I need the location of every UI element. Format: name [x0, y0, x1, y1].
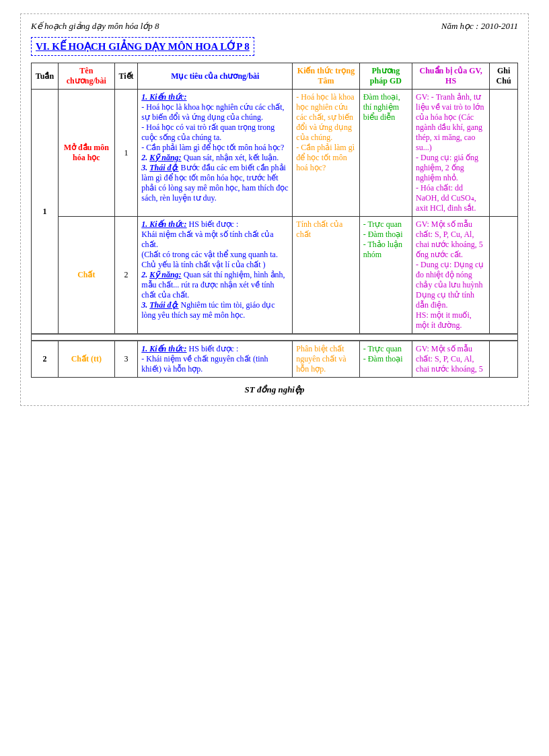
- document-container: Kế hoạch giảng dạy môn hóa lớp 8 Năm học…: [20, 13, 529, 406]
- table-header-row: Tuần Tên chương/bài Tiết Mục tiêu của ch…: [32, 63, 518, 90]
- table-row: 2 Chất (tt) 3 1. Kiến thức: HS biết được…: [32, 341, 518, 378]
- cell-ten-chat-tt: Chất (tt): [58, 341, 114, 378]
- cell-kt-3: Phân biệt chất nguyên chất và hỗn hợp.: [293, 341, 359, 378]
- footer-text: ST đồng nghiệp: [31, 384, 518, 395]
- cell-ghi-3: [490, 341, 518, 378]
- muc2-label-3: 3. Thái độ:: [141, 300, 178, 310]
- muc-label-3: 3. Thái độ:: [141, 163, 178, 172]
- doc-header: Kế hoạch giảng dạy môn hóa lớp 8 Năm học…: [31, 21, 518, 32]
- cell-muc-2: 1. Kiến thức: HS biết được : Khái niệm c…: [138, 217, 293, 335]
- header-left: Kế hoạch giảng dạy môn hóa lớp 8: [31, 21, 159, 32]
- cell-ten-1: Mở đầu môn hóa học: [58, 90, 114, 217]
- cell-ghi-1: [490, 90, 518, 217]
- muc3-label-1: 1. Kiến thức:: [141, 344, 186, 353]
- cell-kt-1: - Hoá học là khoa học nghiên cứu các chấ…: [293, 90, 359, 217]
- table-row: 1 Mở đầu môn hóa học 1 1. Kiến thức: - H…: [32, 90, 518, 217]
- cell-pp-3: - Trực quan - Đàm thoại: [359, 341, 412, 378]
- cell-tuan-2: 2: [32, 341, 59, 378]
- cell-kt-2: Tính chất của chất: [293, 217, 359, 335]
- cell-muc-3: 1. Kiến thức: HS biết được : - Khái niệm…: [138, 341, 293, 378]
- muc-label-2: 2. Kỹ năng:: [141, 153, 181, 162]
- cell-pp-2: - Trực quan - Đàm thoại - Thảo luận nhóm: [359, 217, 412, 335]
- cell-ten-chat: Chất: [58, 217, 114, 335]
- cell-chuan-3: GV: Một số mẫu chất: S, P, Cu, Al, chai …: [412, 341, 490, 378]
- col-header-muc: Mục tiêu của chương/bài: [138, 63, 293, 90]
- cell-chuan-2: GV: Một số mẫu chất: S, P, Cu, Al, chai …: [412, 217, 490, 335]
- muc2-label-2: 2. Kỹ năng:: [141, 270, 181, 279]
- col-header-ghi: Ghi Chú: [490, 63, 518, 90]
- col-header-kt: Kiến thức trọng Tâm: [293, 63, 359, 90]
- cell-chuan-1: GV: - Tranh ảnh, tư liệu về vai trò to l…: [412, 90, 490, 217]
- col-header-chuan: Chuẩn bị của GV, HS: [412, 63, 490, 90]
- cell-tiet-2: 2: [114, 217, 138, 335]
- col-header-tuan: Tuần: [32, 63, 59, 90]
- muc2-label-1: 1. Kiến thức:: [141, 219, 186, 229]
- table-row: Chất 2 1. Kiến thức: HS biết được : Khái…: [32, 217, 518, 335]
- cell-tuan-1: 1: [32, 90, 59, 335]
- cell-tiet-3: 3: [114, 341, 138, 378]
- divider-row: [32, 334, 518, 341]
- main-table: Tuần Tên chương/bài Tiết Mục tiêu của ch…: [31, 63, 518, 378]
- muc-label-1: 1. Kiến thức:: [141, 92, 186, 102]
- col-header-pp: Phương pháp GD: [359, 63, 412, 90]
- cell-tiet-1: 1: [114, 90, 138, 217]
- header-right: Năm học : 2010-2011: [441, 21, 518, 32]
- cell-ghi-2: [490, 217, 518, 335]
- cell-muc-1: 1. Kiến thức: - Hoá học là khoa học nghi…: [138, 90, 293, 217]
- col-header-ten: Tên chương/bài: [58, 63, 114, 90]
- col-header-tiet: Tiết: [114, 63, 138, 90]
- section-title: VI. KẾ HOẠCH GIẢNG DẠY MÔN HOA LỚP 8: [31, 37, 254, 56]
- cell-pp-1: Đàm thoại, thí nghiệm biểu diễn: [359, 90, 412, 217]
